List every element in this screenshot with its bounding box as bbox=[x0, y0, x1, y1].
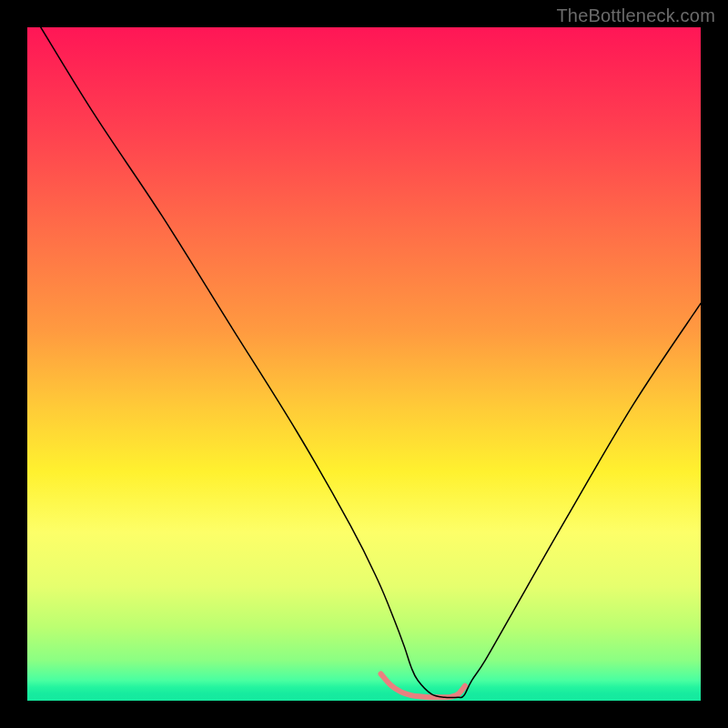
watermark-text: TheBottleneck.com bbox=[556, 5, 715, 26]
series-pink-floor-band bbox=[381, 673, 466, 697]
chart-frame: TheBottleneck.com bbox=[0, 0, 728, 728]
plot-area bbox=[27, 27, 701, 701]
series-black-curve bbox=[41, 27, 701, 698]
chart-overlay bbox=[27, 27, 701, 701]
